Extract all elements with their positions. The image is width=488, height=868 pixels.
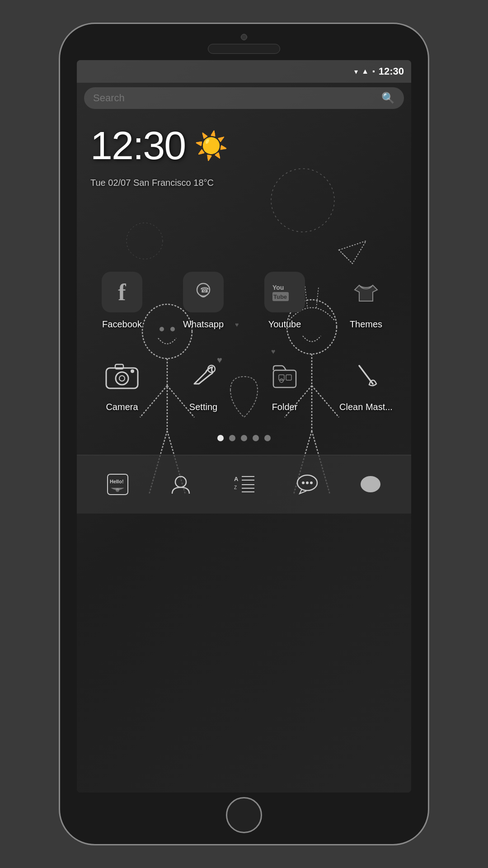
dock-item-messages[interactable] [291, 469, 323, 500]
page-dot-3[interactable] [241, 435, 247, 441]
svg-rect-38 [279, 375, 284, 380]
whatsapp-icon: ☎ [181, 269, 226, 315]
svg-text:You: You [272, 284, 284, 291]
speech-icon [355, 469, 386, 500]
whatsapp-label: Whatsapp [183, 319, 224, 330]
youtube-label: Youtube [268, 319, 301, 330]
page-dot-4[interactable] [253, 435, 259, 441]
app-item-setting[interactable]: Setting [167, 352, 239, 412]
svg-point-55 [306, 481, 309, 484]
svg-point-33 [119, 376, 125, 381]
weather-icon: ☀️ [194, 130, 228, 162]
app-grid-row1: f Facebook ☎ Whatsapp [77, 260, 411, 339]
clock-widget: 12:30 ☀️ [77, 113, 411, 178]
folder-label: Folder [272, 402, 298, 412]
clock-weather-widget: 12:30 ☀️ Tue 02/07 San Francisco 18°C [77, 113, 411, 197]
svg-text:Z: Z [234, 485, 237, 490]
svg-point-45 [175, 476, 186, 487]
themes-icon [343, 269, 389, 315]
phone-top-bar [60, 24, 428, 60]
svg-point-56 [310, 481, 313, 484]
youtube-icon: You Tube [262, 269, 307, 315]
svg-text:☎: ☎ [200, 286, 209, 294]
svg-point-32 [116, 372, 128, 385]
power-button[interactable] [428, 182, 429, 227]
facebook-icon: f [99, 269, 145, 315]
page-dot-1[interactable] [217, 435, 224, 441]
app-item-cleanmaster[interactable]: Clean Mast... [330, 352, 402, 412]
svg-rect-39 [286, 375, 291, 380]
applist-icon: A Z [228, 469, 260, 500]
phone-device: ♥ ♥ ♥ ▾ ▲ ▪ 12:30 🔍 12:30 ☀️ Tue 02/07 S… [59, 23, 429, 845]
page-dot-5[interactable] [264, 435, 271, 441]
cleanmaster-icon [343, 352, 389, 397]
speaker [208, 44, 280, 54]
cleanmaster-label: Clean Mast... [339, 402, 393, 412]
themes-label: Themes [350, 319, 382, 330]
app-grid-row2: Camera Setting [77, 343, 411, 421]
app-item-camera[interactable]: Camera [86, 352, 158, 412]
status-bar: ▾ ▲ ▪ 12:30 [77, 60, 411, 83]
notes-icon: Hello! [102, 469, 133, 500]
dock-item-notes[interactable]: Hello! [102, 469, 133, 500]
svg-text:A: A [234, 476, 239, 482]
svg-point-35 [131, 369, 134, 373]
search-icon: 🔍 [381, 92, 395, 104]
dock: Hello! A [77, 455, 411, 514]
page-dot-2[interactable] [229, 435, 235, 441]
wifi-icon: ▾ [354, 67, 358, 76]
page-dots [77, 435, 411, 441]
camera-label: Camera [106, 402, 138, 412]
volume-up-button[interactable] [59, 160, 60, 196]
dock-item-speech[interactable] [355, 469, 386, 500]
svg-point-57 [361, 476, 380, 492]
clock-date: Tue 02/07 San Francisco 18°C [77, 178, 411, 197]
svg-text:Hello!: Hello! [110, 479, 124, 484]
status-time: 12:30 [379, 66, 404, 77]
clock-time: 12:30 [90, 123, 185, 169]
battery-icon: ▪ [372, 67, 375, 75]
setting-label: Setting [189, 402, 217, 412]
messages-icon [291, 469, 323, 500]
search-bar[interactable]: 🔍 [84, 87, 404, 109]
front-camera [241, 34, 247, 40]
app-item-whatsapp[interactable]: ☎ Whatsapp [167, 269, 239, 330]
svg-point-40 [280, 379, 283, 382]
home-button-area [60, 793, 428, 838]
svg-text:Tube: Tube [273, 293, 287, 300]
dock-item-applist[interactable]: A Z [228, 469, 260, 500]
home-button[interactable] [226, 797, 262, 833]
folder-icon [262, 352, 307, 397]
app-item-themes[interactable]: Themes [330, 269, 402, 330]
signal-icon: ▲ [361, 67, 369, 75]
screen: ♥ ♥ ♥ ▾ ▲ ▪ 12:30 🔍 12:30 ☀️ Tue 02/07 S… [77, 60, 411, 793]
dock-item-contacts[interactable] [165, 469, 197, 500]
setting-icon [181, 352, 226, 397]
app-item-youtube[interactable]: You Tube Youtube [249, 269, 321, 330]
svg-point-54 [302, 481, 305, 484]
svg-rect-37 [273, 370, 296, 387]
app-item-facebook[interactable]: f Facebook [86, 269, 158, 330]
camera-icon [99, 352, 145, 397]
app-item-folder[interactable]: Folder [249, 352, 321, 412]
contacts-icon [165, 469, 197, 500]
status-icons: ▾ ▲ ▪ 12:30 [354, 66, 404, 77]
search-input[interactable] [93, 92, 376, 104]
svg-point-44 [116, 488, 119, 492]
volume-down-button[interactable] [59, 205, 60, 241]
facebook-label: Facebook [102, 319, 142, 330]
